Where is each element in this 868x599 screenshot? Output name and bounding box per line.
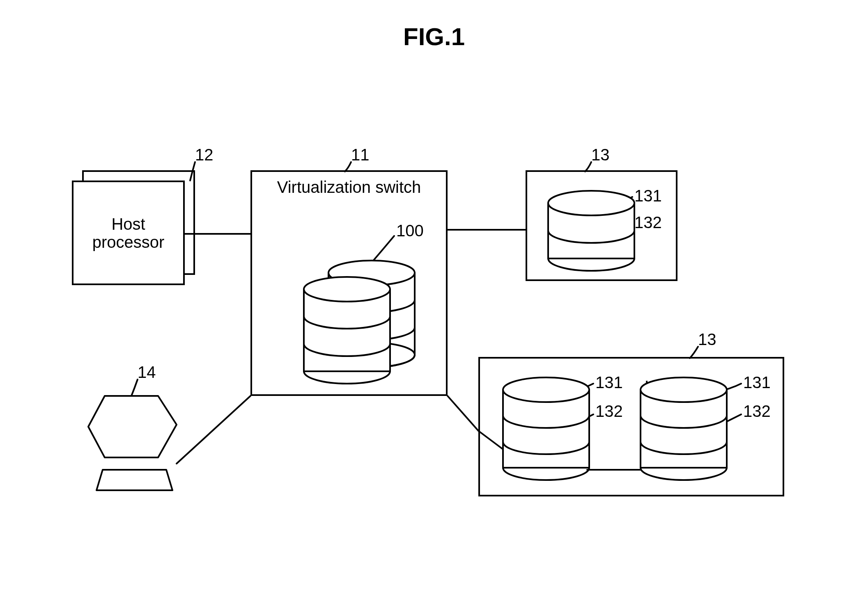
- storage-bottom-right-ref-a: 131: [743, 373, 771, 392]
- terminal-ref-label: 14: [138, 363, 156, 382]
- switch-ref-label: 11: [351, 146, 370, 164]
- switch-disk-ref-label: 100: [396, 222, 424, 240]
- leader-13-bottom: [690, 347, 698, 358]
- leader-14: [131, 380, 138, 396]
- lu-label: LU: [645, 377, 666, 396]
- host-ref-label: 12: [195, 146, 214, 164]
- figure-title: FIG.1: [0, 23, 868, 51]
- storage-bottom-right-ref-b: 132: [743, 402, 771, 421]
- storage-bottom-box: [478, 357, 784, 496]
- figure-stage: FIG.1 Host processor 12 Virtualization s…: [0, 0, 868, 599]
- conn-terminal-switch: [177, 396, 250, 464]
- storage-top-ref-label: 13: [591, 146, 610, 164]
- storage-bottom-left-ref-a: 131: [595, 373, 623, 392]
- host-label: Host processor: [92, 215, 165, 251]
- storage-top-disk-ref-a: 131: [634, 187, 662, 205]
- storage-top-disk-ref-b: 132: [634, 213, 662, 232]
- host-label-line2: processor: [92, 233, 165, 251]
- storage-bottom-left-ref-b: 132: [595, 402, 623, 421]
- storage-bottom-ref-label: 13: [698, 330, 716, 349]
- switch-box: Virtualization switch: [250, 170, 448, 396]
- host-label-line1: Host: [111, 215, 145, 233]
- conn-switch-storage-bottom: [448, 396, 478, 431]
- host-box-front: Host processor: [72, 181, 185, 285]
- switch-title: Virtualization switch: [252, 178, 446, 196]
- terminal-icon: [88, 396, 177, 490]
